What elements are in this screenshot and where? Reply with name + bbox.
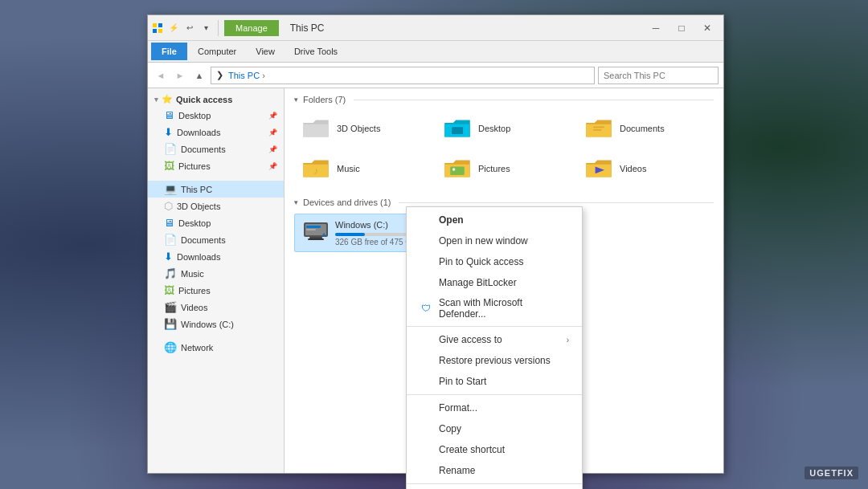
ribbon-tabs: File Computer View Drive Tools bbox=[148, 41, 723, 62]
ctx-sep1 bbox=[407, 326, 582, 327]
sidebar-downloads-label: Downloads bbox=[177, 128, 220, 137]
back-button[interactable]: ◄ bbox=[153, 67, 169, 84]
folder-documents[interactable]: Documents bbox=[577, 111, 714, 146]
sidebar-item-windows-c[interactable]: 💾 Windows (C:) bbox=[148, 316, 284, 332]
title-bar: ⚡ ↩ ▾ Manage This PC ─ □ ✕ bbox=[148, 15, 723, 41]
folders-collapse-arrow[interactable]: ▾ bbox=[294, 96, 298, 104]
watermark: UGETFIX bbox=[805, 467, 858, 479]
sidebar-network-label: Network bbox=[181, 343, 213, 352]
tab-view[interactable]: View bbox=[247, 43, 284, 60]
sidebar-item-network[interactable]: 🌐 Network bbox=[148, 339, 284, 356]
sidebar-this-pc-label: This PC bbox=[181, 185, 212, 194]
ctx-restore-versions[interactable]: Restore previous versions bbox=[407, 350, 582, 371]
downloads-pc-icon: ⬇ bbox=[164, 251, 173, 263]
sidebar-item-documents[interactable]: 📄 Documents 📌 bbox=[148, 141, 284, 157]
folder-music[interactable]: ♪ Music bbox=[294, 151, 431, 186]
folder-desktop-icon bbox=[443, 116, 472, 141]
ctx-access-icon bbox=[420, 333, 432, 346]
path-sep2: › bbox=[262, 71, 265, 80]
folder-videos[interactable]: Videos bbox=[577, 151, 714, 186]
ctx-open-window-icon bbox=[420, 234, 432, 247]
sidebar-item-documents-pc[interactable]: 📄 Documents bbox=[148, 231, 284, 248]
up-button[interactable]: ▲ bbox=[191, 67, 207, 84]
folders-grid: 3D Objects Desktop bbox=[294, 111, 714, 186]
ctx-pin-icon bbox=[420, 255, 432, 268]
sidebar-desktop-label: Desktop bbox=[178, 111, 211, 120]
ctx-copy-icon bbox=[420, 422, 432, 435]
sidebar-item-pictures[interactable]: 🖼 Pictures 📌 bbox=[148, 157, 284, 174]
sidebar-item-desktop-pc[interactable]: 🖥 Desktop bbox=[148, 214, 284, 231]
folder-videos-icon bbox=[584, 157, 613, 181]
context-menu: Open Open in new window Pin to Quick acc… bbox=[406, 206, 583, 489]
close-button[interactable]: ✕ bbox=[694, 16, 720, 40]
ctx-restore-label: Restore previous versions bbox=[439, 355, 551, 366]
svg-point-9 bbox=[452, 168, 456, 171]
title-bar-left: ⚡ ↩ ▾ Manage This PC bbox=[151, 20, 332, 36]
drive-icon bbox=[303, 219, 329, 247]
path-this-pc[interactable]: This PC bbox=[228, 71, 260, 80]
folder-documents-label: Documents bbox=[620, 124, 665, 133]
ctx-give-access[interactable]: Give access to › bbox=[407, 329, 582, 350]
ctx-create-shortcut[interactable]: Create shortcut bbox=[407, 439, 582, 460]
ctx-rename[interactable]: Rename bbox=[407, 460, 582, 481]
devices-collapse-arrow[interactable]: ▾ bbox=[294, 198, 298, 206]
folder-pictures-icon bbox=[443, 157, 472, 181]
window-icon bbox=[151, 22, 164, 35]
address-bar: ◄ ► ▲ ❯ This PC › bbox=[148, 63, 723, 88]
ctx-copy[interactable]: Copy bbox=[407, 418, 582, 439]
sidebar-item-downloads[interactable]: ⬇ Downloads 📌 bbox=[148, 124, 284, 141]
ctx-open-new-window[interactable]: Open in new window bbox=[407, 230, 582, 251]
folder-desktop[interactable]: Desktop bbox=[436, 111, 572, 146]
ctx-manage-bitlocker[interactable]: Manage BitLocker bbox=[407, 272, 582, 293]
svg-rect-14 bbox=[306, 229, 316, 230]
tab-drive-tools[interactable]: Drive Tools bbox=[285, 43, 346, 60]
maximize-button[interactable]: □ bbox=[669, 16, 694, 40]
sidebar-item-this-pc[interactable]: 💻 This PC bbox=[148, 181, 284, 198]
svg-rect-6 bbox=[593, 129, 602, 131]
sidebar-quick-access-header[interactable]: ▾ ⭐ Quick access bbox=[148, 92, 284, 107]
search-input[interactable] bbox=[598, 67, 719, 84]
ctx-open[interactable]: Open bbox=[407, 210, 582, 230]
sidebar-pictures-label: Pictures bbox=[178, 161, 211, 171]
ctx-pin-start[interactable]: Pin to Start bbox=[407, 371, 582, 392]
sidebar-item-desktop[interactable]: 🖥 Desktop 📌 bbox=[148, 107, 284, 124]
pin-icon-dl: 📌 bbox=[268, 128, 277, 137]
pin-icon: 📌 bbox=[268, 112, 277, 120]
sidebar-videos-label: Videos bbox=[181, 303, 207, 312]
undo-icon[interactable]: ↩ bbox=[183, 22, 196, 35]
desktop-pc-icon: 🖥 bbox=[164, 217, 174, 229]
folder-documents-icon bbox=[584, 116, 613, 141]
sidebar-item-music-pc[interactable]: 🎵 Music bbox=[148, 265, 284, 282]
down-arrow-icon[interactable]: ▾ bbox=[199, 22, 212, 35]
network-icon: 🌐 bbox=[164, 341, 177, 353]
svg-rect-5 bbox=[593, 126, 604, 128]
forward-button[interactable]: ► bbox=[172, 67, 188, 84]
sidebar-music-label: Music bbox=[181, 269, 204, 279]
folder-pictures[interactable]: Pictures bbox=[436, 151, 572, 186]
ctx-scan-defender[interactable]: 🛡 Scan with Microsoft Defender... bbox=[407, 293, 582, 324]
sidebar-item-downloads-pc[interactable]: ⬇ Downloads bbox=[148, 248, 284, 265]
ctx-open-icon bbox=[420, 214, 432, 226]
path-root: ❯ bbox=[216, 70, 223, 80]
tab-file[interactable]: File bbox=[151, 43, 187, 60]
folder-videos-label: Videos bbox=[620, 164, 646, 173]
ctx-rename-icon bbox=[420, 464, 432, 477]
folder-3d-label: 3D Objects bbox=[337, 124, 380, 133]
sidebar-item-3dobjects[interactable]: ⬡ 3D Objects bbox=[148, 198, 284, 214]
ctx-bitlocker-label: Manage BitLocker bbox=[439, 277, 517, 288]
address-path[interactable]: ❯ This PC › bbox=[211, 67, 595, 84]
svg-rect-0 bbox=[153, 23, 157, 27]
sidebar-item-videos-pc[interactable]: 🎬 Videos bbox=[148, 299, 284, 316]
sidebar-item-pictures-pc[interactable]: 🖼 Pictures bbox=[148, 282, 284, 299]
manage-tab[interactable]: Manage bbox=[224, 20, 279, 36]
tab-computer[interactable]: Computer bbox=[189, 43, 245, 60]
ctx-format[interactable]: Format... bbox=[407, 397, 582, 418]
svg-rect-2 bbox=[153, 29, 157, 33]
sidebar-dl-pc-label: Downloads bbox=[177, 252, 220, 262]
ctx-pin-quick-access[interactable]: Pin to Quick access bbox=[407, 251, 582, 272]
minimize-button[interactable]: ─ bbox=[643, 16, 669, 40]
windows-c-icon: 💾 bbox=[164, 318, 177, 330]
folder-3dobjects[interactable]: 3D Objects bbox=[294, 111, 431, 146]
folders-divider bbox=[354, 100, 714, 100]
sidebar-windows-label: Windows (C:) bbox=[181, 320, 234, 329]
